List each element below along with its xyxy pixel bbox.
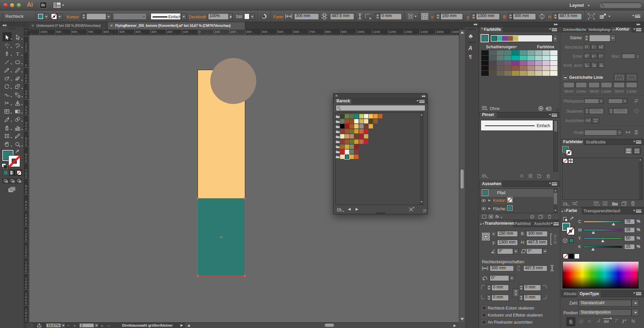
svg-text:T: T	[16, 51, 19, 57]
